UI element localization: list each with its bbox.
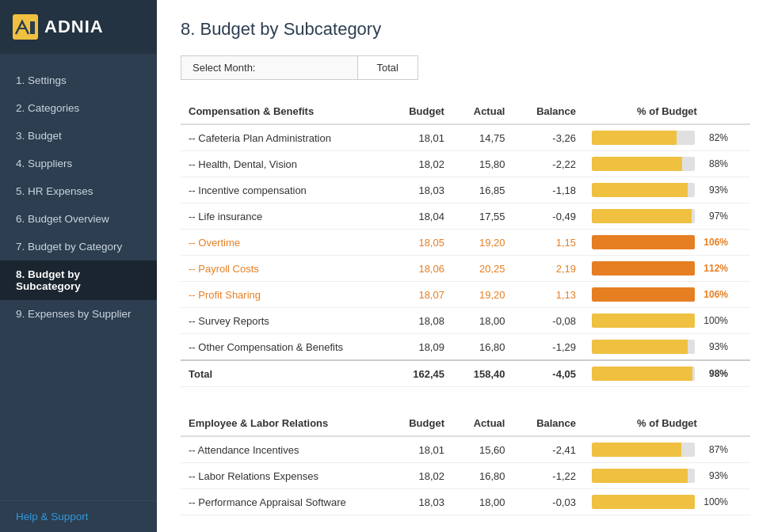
bar-fill [592, 287, 695, 302]
row-actual: 18,00 [452, 308, 513, 334]
row-balance: -0,49 [513, 203, 584, 230]
row-pct: 100% [584, 489, 750, 515]
col-budget: Budget [387, 99, 452, 124]
bar-pct: 93% [700, 341, 728, 352]
bar-pct: 82% [700, 132, 728, 143]
sidebar-help[interactable]: Help & Support [0, 500, 157, 532]
row-budget: 18,02 [387, 151, 452, 177]
row-budget: 18,08 [387, 308, 452, 334]
row-name: -- Performance Appraisal Software [181, 489, 387, 515]
total-actual: 158,40 [452, 360, 513, 387]
col-balance: Balance [513, 99, 584, 124]
table-row: -- Profit Sharing 18,07 19,20 1,13 106% [181, 282, 750, 308]
row-name: -- Cafeteria Plan Administration [181, 124, 387, 151]
progress-bar-container: 93% [592, 469, 742, 483]
progress-bar-container: 82% [592, 131, 742, 145]
row-name: -- Labor Relations Expenses [181, 463, 387, 489]
table-row: -- Attendance Incentives 18,01 15,60 -2,… [181, 436, 750, 463]
bar-fill [592, 443, 681, 457]
sidebar-item-budget[interactable]: 3. Budget [0, 122, 157, 150]
row-balance: 1,15 [513, 230, 584, 256]
total-pct: 98% [584, 360, 750, 387]
table-row: -- Labor Relations Expenses 18,02 16,80 … [181, 463, 750, 489]
row-actual: 14,75 [452, 124, 513, 151]
sidebar-item-hr-expenses[interactable]: 5. HR Expenses [0, 177, 157, 205]
progress-bar-container: 106% [592, 287, 742, 302]
row-actual: 20,25 [452, 256, 513, 282]
col-pct-budget: % of Budget [584, 411, 750, 436]
row-pct: 88% [584, 151, 750, 177]
bar-track [592, 235, 695, 249]
progress-bar-container: 87% [592, 443, 742, 457]
progress-bar-container: 112% [592, 261, 742, 276]
row-balance: -3,26 [513, 124, 584, 151]
svg-rect-0 [30, 21, 35, 34]
bar-track [592, 314, 695, 328]
row-balance: -1,18 [513, 177, 584, 203]
row-name: -- Survey Reports [181, 308, 387, 334]
row-pct: 82% [584, 124, 750, 151]
bar-track [592, 157, 695, 171]
bar-track [592, 443, 695, 457]
row-pct: 112% [584, 256, 750, 282]
row-budget: 18,05 [387, 230, 452, 256]
progress-bar-container: 97% [592, 209, 742, 223]
bar-pct: 87% [700, 444, 728, 455]
sidebar-item-budget-by-category[interactable]: 7. Budget by Category [0, 233, 157, 260]
total-balance: -4,05 [513, 360, 584, 387]
table-row: -- Payroll Costs 18,06 20,25 2,19 112% [181, 256, 750, 282]
month-selector[interactable]: Select Month: Total [181, 55, 418, 80]
bar-track [592, 209, 695, 223]
col-actual: Actual [452, 411, 513, 436]
bar-pct: 112% [700, 263, 728, 274]
bar-pct: 100% [700, 496, 728, 507]
bar-track [592, 367, 695, 381]
row-balance: -0,03 [513, 489, 584, 515]
row-budget: 18,03 [387, 489, 452, 515]
table-compensation-benefits: Compensation & Benefits Budget Actual Ba… [181, 99, 750, 387]
row-actual: 18,00 [452, 489, 513, 515]
table-row: -- Other Compensation & Benefits 18,09 1… [181, 334, 750, 361]
row-name: -- Other Compensation & Benefits [181, 334, 387, 361]
bar-fill [592, 131, 677, 145]
table-row: -- Health, Dental, Vision 18,02 15,80 -2… [181, 151, 750, 177]
col-balance: Balance [513, 411, 584, 436]
bar-track [592, 495, 695, 509]
bar-track [592, 340, 695, 354]
sidebar-logo: ADNIA [0, 0, 157, 54]
logo-text: ADNIA [44, 17, 104, 37]
total-budget: 162,45 [387, 360, 452, 387]
row-balance: -0,08 [513, 308, 584, 334]
bar-track [592, 183, 695, 197]
month-selector-label: Select Month: [181, 56, 358, 79]
table-employee-labor: Employee & Labor Relations Budget Actual… [181, 411, 750, 515]
row-budget: 18,09 [387, 334, 452, 361]
bar-fill [592, 469, 688, 483]
row-actual: 19,20 [452, 230, 513, 256]
bar-track [592, 131, 695, 145]
bar-track [592, 469, 695, 483]
row-balance: -2,41 [513, 436, 584, 463]
col-budget: Budget [387, 411, 452, 436]
sidebar-item-suppliers[interactable]: 4. Suppliers [0, 150, 157, 177]
row-name: -- Incentive compensation [181, 177, 387, 203]
sidebar-item-budget-by-subcategory[interactable]: 8. Budget by Subcategory [0, 260, 157, 300]
bar-fill [592, 340, 688, 354]
sidebar-item-categories[interactable]: 2. Categories [0, 94, 157, 122]
row-budget: 18,03 [387, 177, 452, 203]
bar-fill [592, 157, 682, 171]
sidebar-item-budget-overview[interactable]: 6. Budget Overview [0, 205, 157, 233]
progress-bar-container: 98% [592, 367, 742, 381]
row-balance: 2,19 [513, 256, 584, 282]
sidebar-item-settings[interactable]: 1. Settings [0, 66, 157, 94]
row-name: -- Life insurance [181, 203, 387, 230]
row-budget: 18,01 [387, 124, 452, 151]
bar-pct: 100% [700, 315, 728, 326]
month-selector-value[interactable]: Total [358, 56, 418, 79]
row-pct: 106% [584, 230, 750, 256]
table-row: -- Overtime 18,05 19,20 1,15 106% [181, 230, 750, 256]
bar-fill [592, 367, 692, 381]
row-name: -- Overtime [181, 230, 387, 256]
sidebar-item-expenses-by-supplier[interactable]: 9. Expenses by Supplier [0, 300, 157, 328]
row-budget: 18,01 [387, 436, 452, 463]
